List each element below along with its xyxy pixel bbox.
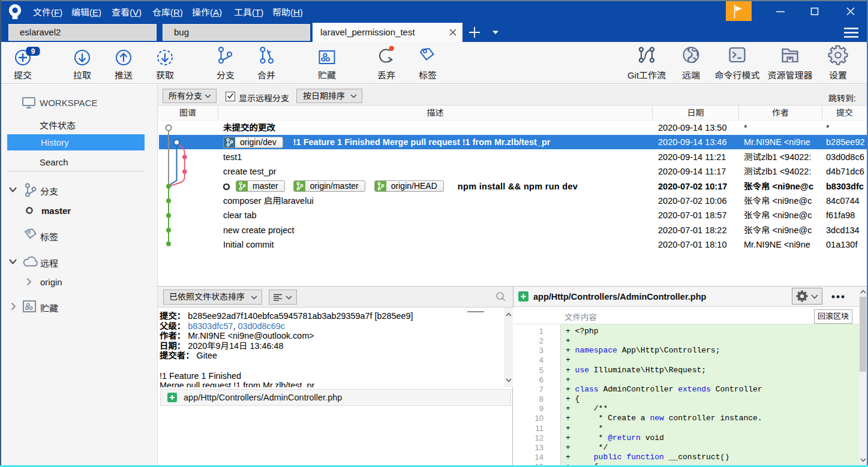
svg-text:9: 9 xyxy=(31,47,35,56)
